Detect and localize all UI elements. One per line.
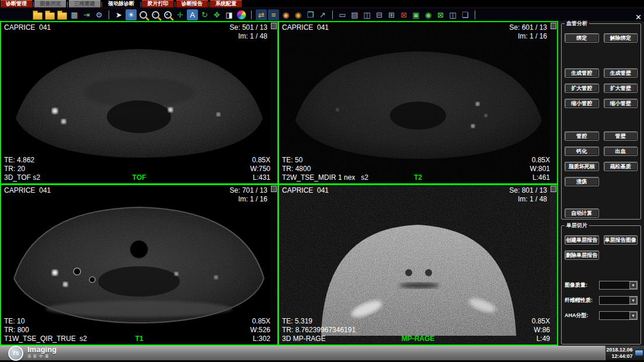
menu-tab-2[interactable]: 三维重建	[69, 0, 100, 8]
toolbar: ▦⇥⚙➤☀▫×✛A↻✥◨⇄≡◉◉❐↗▭▤◫⊟⊞⊠▣◉⊠◫❏	[0, 8, 644, 22]
panel-button[interactable]: 溃疡	[565, 177, 599, 186]
roi-ellipse-icon[interactable]: ◉	[423, 9, 434, 20]
zoom-tool-icon[interactable]	[138, 9, 149, 20]
archive-device-icon[interactable]: ⚙	[93, 9, 105, 20]
panel-button[interactable]: 管壁	[604, 131, 638, 141]
brand-subtitle: 清影华康	[27, 353, 57, 360]
panel-field-row: AHA分型:▼	[565, 311, 638, 320]
layout-two-col-icon[interactable]: ◫	[361, 9, 373, 20]
measure-angle-icon[interactable]: ◉	[293, 9, 304, 20]
panel-button[interactable]: 扩大管壁	[604, 83, 638, 93]
dropdown-arrow-icon[interactable]: ▼	[629, 312, 637, 319]
layout-single-icon[interactable]: ▭	[337, 9, 348, 20]
window-width: W:526	[250, 326, 270, 335]
series-scrollbar[interactable]	[270, 185, 277, 344]
scrollbar-thumb[interactable]	[551, 186, 556, 192]
pan-tool-icon[interactable]: ✛	[175, 9, 186, 20]
reset-tool-icon[interactable]: ↻	[199, 9, 210, 20]
panel-button[interactable]: 解除绑定	[604, 33, 638, 43]
image-number: Im: 1 / 16	[509, 32, 547, 41]
color-palette-tool-icon[interactable]	[236, 9, 247, 20]
viewport-t2[interactable]: CAPRICE 041 Se: 601 / 13Im: 1 / 16 TE: 5…	[279, 22, 557, 183]
layout-clear-icon[interactable]: ⊠	[398, 9, 409, 20]
sequence-label: MP-RAGE	[279, 335, 557, 343]
series-scrollbar[interactable]	[550, 185, 557, 344]
layout-two-row-icon[interactable]: ⊟	[374, 9, 385, 20]
field-label: 图像质量:	[565, 281, 587, 289]
scrollbar-thumb[interactable]	[271, 186, 277, 192]
open-series-folder-icon[interactable]	[57, 9, 68, 20]
fibrous-cap-select[interactable]: ▼	[599, 296, 638, 305]
dropdown-arrow-icon[interactable]: ▼	[629, 281, 637, 289]
menu-tab-6[interactable]: 系统配置	[210, 0, 242, 8]
panel-button[interactable]: 缩小管腔	[565, 99, 599, 108]
panel-button[interactable]: 出血	[604, 147, 638, 156]
panel-spacer	[565, 266, 638, 281]
aha-type-select[interactable]: ▼	[599, 311, 638, 320]
menu-tab-5[interactable]: 诊断报告	[176, 0, 208, 8]
layout-stack-icon[interactable]: ▤	[349, 9, 360, 20]
panel-button[interactable]: 钙化	[565, 147, 599, 156]
open-patient-folder-icon[interactable]	[32, 9, 43, 20]
panel-button[interactable]: 绑定	[565, 33, 599, 43]
roi-rect-icon[interactable]: ▣	[410, 9, 422, 20]
series-scrollbar[interactable]	[550, 22, 557, 183]
panel-spacer	[565, 114, 638, 131]
series-layout-icon[interactable]: ≡	[268, 9, 279, 20]
layout-quad-icon[interactable]: ⊞	[386, 9, 397, 20]
scrollbar-thumb[interactable]	[551, 23, 556, 29]
annotation-tool-icon[interactable]: A	[187, 9, 198, 20]
window-level-tool-icon[interactable]: ☀	[126, 9, 137, 20]
zoom-factor: 0.85X	[530, 156, 550, 165]
panel-button[interactable]: 生成管壁	[604, 68, 638, 78]
panel-button[interactable]: 自动计算	[565, 208, 599, 218]
menu-tab-4[interactable]: 胶片打印	[142, 0, 173, 8]
panel-button[interactable]: 扩大管腔	[565, 83, 599, 93]
carotid-diagnosis-app: 诊断管理|图像浏览|三维重建|颈动脉诊断|胶片打印|诊断报告|系统配置 ▦⇥⚙➤…	[0, 0, 644, 362]
cursor-tool-icon[interactable]: ➤	[113, 9, 124, 20]
panel-button[interactable]: 疏松基质	[604, 162, 638, 171]
panel-button[interactable]: 删除单层报告	[565, 250, 599, 260]
panel-button[interactable]: 单层报告图像	[604, 235, 638, 245]
viewport-mprage[interactable]: CAPRICE 041 Se: 801 / 13Im: 1 / 48 TE: 5…	[279, 185, 557, 344]
split-view-icon[interactable]: ◫	[447, 9, 458, 20]
menu-tab-1[interactable]: 图像浏览	[34, 0, 66, 8]
panel-button[interactable]: 脂质坏死核	[565, 162, 599, 171]
scrollbar-thumb[interactable]	[271, 23, 277, 29]
viewport-t1[interactable]: CAPRICE 041 Se: 701 / 13Im: 1 / 16 TE: 1…	[1, 185, 277, 344]
panel-button[interactable]: 生成管腔	[565, 68, 599, 78]
roi-delete-icon[interactable]: ⊠	[435, 9, 446, 20]
fit-screen-tool-icon[interactable]: ✥	[211, 9, 222, 20]
menu-tab-0[interactable]: 诊断管理	[1, 0, 32, 8]
invert-tool-icon[interactable]: ◨	[224, 9, 235, 20]
image-quality-select[interactable]: ▼	[599, 281, 638, 290]
menu-tab-3[interactable]: 颈动脉诊断	[103, 0, 140, 8]
zoom-region-tool-icon[interactable]: ▫	[150, 9, 161, 20]
copy-report-icon[interactable]: ❐	[305, 9, 316, 20]
worklist-window-icon[interactable]: ▦	[69, 9, 80, 20]
zoom-out-tool-icon[interactable]: ×	[162, 9, 173, 20]
series-scrollbar[interactable]	[270, 22, 277, 183]
panel-button-row: 缩小管腔缩小管壁	[565, 99, 638, 108]
dropdown-arrow-icon[interactable]: ▼	[629, 297, 637, 304]
send-to-window-icon[interactable]: ⇥	[81, 9, 92, 20]
panel-button[interactable]: 创建单层报告	[565, 235, 599, 245]
single-slice-group: 单层切片 创建单层报告单层报告图像删除单层报告 图像质量:▼纤维帽性质:▼AHA…	[561, 225, 641, 344]
tr-value: TR: 4800	[282, 165, 368, 173]
cine-export-icon[interactable]: ❏	[459, 9, 471, 20]
panel-button-row: 脂质坏死核疏松基质	[565, 162, 638, 171]
series-number: Se: 501 / 13	[229, 23, 267, 32]
export-image-icon[interactable]: ↗	[317, 9, 328, 20]
measure-distance-icon[interactable]: ◉	[280, 9, 291, 20]
panel-button[interactable]: 管腔	[565, 131, 599, 141]
single-slice-fields: 图像质量:▼纤维帽性质:▼AHA分型:▼	[565, 281, 638, 320]
window-level: L:49	[532, 335, 550, 343]
open-study-folder-icon[interactable]	[44, 9, 55, 20]
close-icon[interactable]: ✕	[635, 13, 642, 21]
window-level: L:461	[530, 173, 550, 182]
viewport-tof[interactable]: CAPRICE 041 Se: 501 / 13Im: 1 / 48 TE: 4…	[1, 22, 277, 183]
panel-button-row: 删除单层报告	[565, 250, 638, 260]
series-transfer-icon[interactable]: ⇄	[256, 9, 267, 20]
analysis-panel: 血管分析 绑定解除绑定生成管腔生成管壁扩大管腔扩大管壁缩小管腔缩小管壁管腔管壁钙…	[558, 21, 644, 346]
panel-button[interactable]: 缩小管壁	[604, 99, 638, 108]
